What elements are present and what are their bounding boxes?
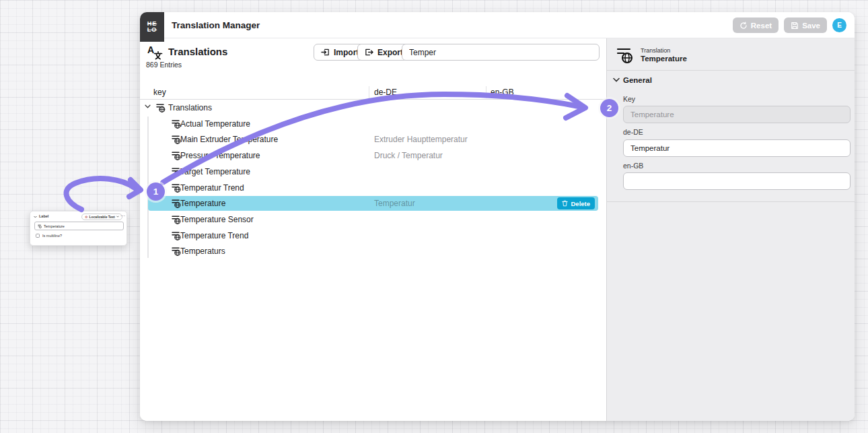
app-logo: HE LO	[140, 12, 164, 42]
mini-text-input[interactable]: Temperature	[34, 222, 124, 230]
row-key: Temperaturs	[180, 246, 225, 256]
localizable-text-icon	[172, 151, 181, 160]
translations-panel: A Translations 869 Entries Import Expor	[140, 38, 606, 421]
save-label: Save	[802, 22, 820, 30]
row-key: Temperatur Trend	[180, 183, 244, 193]
titlebar: HE LO Translation Manager Reset Save E	[140, 12, 855, 38]
reset-button[interactable]: Reset	[733, 18, 779, 33]
arrow-1	[66, 178, 135, 209]
tree-row[interactable]: Temperature Sensor	[140, 211, 606, 228]
multiline-checkbox-row[interactable]: Is multiline?	[36, 234, 62, 238]
key-field-label: Key	[623, 95, 635, 103]
checkbox-label: Is multiline?	[42, 234, 62, 238]
row-key: Temperature Sensor	[180, 215, 254, 224]
localizable-text-icon	[172, 183, 181, 193]
tree-row[interactable]: Main Extruder TemperatureExtruder Hauptt…	[140, 131, 606, 147]
localizable-text-icon	[172, 199, 181, 208]
tree-row[interactable]: Temperature Trend	[140, 228, 606, 244]
app-window: HE LO Translation Manager Reset Save E A	[140, 12, 855, 421]
save-icon	[791, 22, 799, 30]
localizable-text-icon	[172, 246, 181, 256]
delete-button[interactable]: Delete	[557, 197, 595, 209]
arrow-1-head	[129, 180, 141, 197]
tree-row[interactable]: Temperatur Trend	[140, 180, 606, 196]
row-key: Target Temperature	[180, 167, 250, 176]
type-pill-label: Localizable Text	[89, 215, 114, 219]
tree-row[interactable]: Actual Temperature	[140, 116, 606, 132]
tree-row-selected[interactable]: TemperatureTemperaturDelete	[140, 195, 606, 211]
row-de-value: Druck / Temperatur	[374, 151, 443, 160]
de-field[interactable]	[623, 139, 851, 157]
en-field[interactable]	[623, 172, 851, 190]
key-field	[623, 106, 851, 123]
save-button[interactable]: Save	[784, 18, 827, 33]
trash-icon	[562, 200, 568, 207]
row-key: Temperature	[180, 199, 225, 208]
step-badge-1: 1	[147, 182, 165, 201]
step-badge-2: 2	[600, 99, 618, 117]
reset-label: Reset	[751, 22, 772, 30]
tree-row-root[interactable]: Translations	[140, 100, 606, 116]
localizable-text-icon	[156, 103, 166, 112]
tree-row[interactable]: Temperaturs	[140, 243, 606, 259]
row-de-value: Extruder Haupttemperatur	[374, 135, 468, 144]
de-field-label: de-DE	[623, 128, 643, 136]
en-field-label: en-GB	[623, 162, 643, 170]
tree-row[interactable]: Target Temperature	[140, 164, 606, 180]
mini-card-title: Label	[39, 214, 48, 218]
row-key: Temperature Trend	[180, 231, 248, 240]
mini-input-value: Temperature	[44, 224, 65, 228]
undo-icon	[739, 22, 748, 30]
chevron-down-icon	[116, 215, 119, 218]
row-de-value: Temperatur	[374, 199, 415, 208]
app-title: Translation Manager	[172, 20, 260, 30]
checkbox-icon[interactable]	[36, 234, 40, 238]
tree-row[interactable]: Pressure TemperatureDruck / Temperatur	[140, 147, 606, 164]
localizable-text-icon	[172, 231, 181, 240]
inspector-type-label: Translation	[641, 47, 670, 54]
localizable-text-icon	[172, 167, 181, 176]
localizable-text-icon: ⚙	[85, 215, 87, 219]
label-widget-card[interactable]: Label ⚙ Localizable Text ... Temperature…	[30, 211, 127, 246]
section-general[interactable]: General	[623, 76, 652, 84]
row-key: Pressure Temperature	[180, 151, 260, 160]
user-avatar[interactable]: E	[832, 18, 846, 32]
logo-text: LO	[147, 27, 157, 33]
chevron-down-icon[interactable]	[613, 77, 620, 82]
inspector-sidebar: Translation Temperature General Key de-D…	[606, 38, 855, 421]
localizable-text-icon	[172, 119, 181, 129]
row-key: Actual Temperature	[180, 119, 250, 129]
chevron-down-icon[interactable]	[145, 104, 151, 108]
chevron-down-icon	[34, 215, 37, 218]
localizable-text-icon	[172, 135, 181, 144]
divider	[607, 70, 855, 71]
localizable-text-icon	[172, 215, 181, 224]
divider	[607, 201, 855, 202]
row-key: Translations	[168, 103, 212, 112]
type-pill[interactable]: ⚙ Localizable Text	[81, 213, 122, 220]
row-key: Main Extruder Temperature	[180, 135, 278, 144]
localizable-text-icon	[38, 224, 42, 228]
localizable-text-icon	[616, 46, 634, 64]
inspector-title: Temperature	[641, 55, 687, 63]
more-menu-icon[interactable]: ...	[120, 212, 125, 217]
translation-tree: TranslationsActual TemperatureMain Extru…	[140, 38, 606, 421]
